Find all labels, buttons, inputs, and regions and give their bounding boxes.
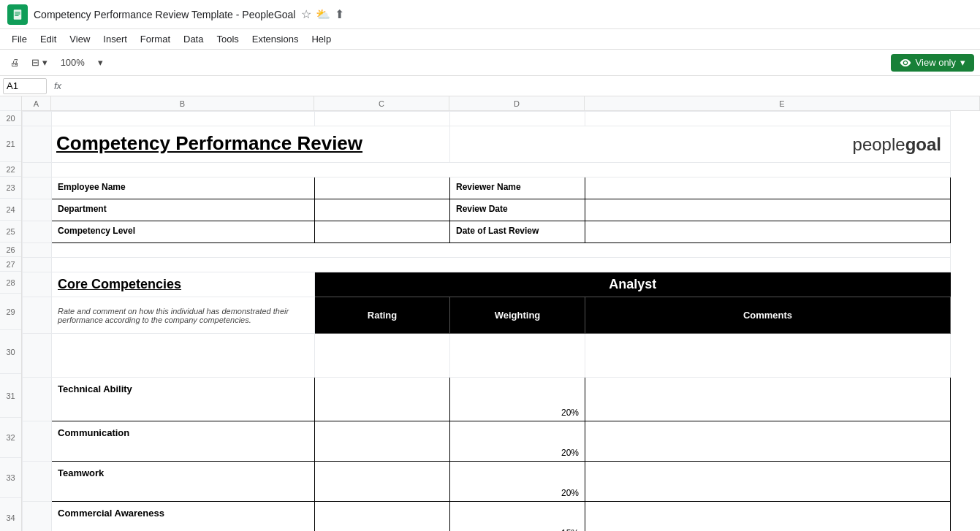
menu-format[interactable]: Format xyxy=(134,32,176,46)
zoom-dropdown[interactable]: ▾ xyxy=(94,54,107,71)
commercial-awareness-weighting: 15% xyxy=(456,505,579,531)
table-row: Commercial Awareness 15% xyxy=(23,502,951,532)
comments-header: Comments xyxy=(585,297,950,333)
table-row xyxy=(23,163,951,177)
row-24: 24 xyxy=(0,199,21,221)
logo-people: people xyxy=(853,134,905,155)
table-row: Employee Name Reviewer Name xyxy=(23,177,951,199)
peoplegoal-logo: peoplegoal xyxy=(450,126,950,162)
sheet-container: 20 21 22 23 24 25 26 27 28 29 30 31 32 3… xyxy=(0,96,980,531)
teamwork-weighting: 20% xyxy=(456,465,579,498)
col-header-d: D xyxy=(449,96,585,110)
menu-help[interactable]: Help xyxy=(305,32,337,46)
top-bar: Competency Performance Review Template -… xyxy=(0,0,980,29)
technical-ability-weighting: 20% xyxy=(456,381,579,418)
table-row: Core Competencies Analyst xyxy=(23,272,951,297)
rating-header: Rating xyxy=(315,297,449,333)
cell-reference-input[interactable] xyxy=(3,78,47,94)
row-22: 22 xyxy=(0,162,21,177)
col-header-a: A xyxy=(22,96,51,110)
table-row: Teamwork 20% xyxy=(23,462,951,502)
row-31: 31 xyxy=(0,374,21,418)
row-26: 26 xyxy=(0,242,21,257)
menu-bar: File Edit View Insert Format Data Tools … xyxy=(0,29,980,50)
fx-icon: fx xyxy=(50,80,66,91)
main-title: Competency Performance Review xyxy=(52,126,449,161)
row-23: 23 xyxy=(0,177,21,199)
table-row xyxy=(23,243,951,258)
col-header-c: C xyxy=(314,96,449,110)
svg-rect-2 xyxy=(15,13,20,14)
zoom-control[interactable]: 100% xyxy=(55,56,91,69)
sheets-icon xyxy=(7,4,28,25)
view-only-button[interactable]: View only ▾ xyxy=(891,54,974,72)
col-header-e: E xyxy=(585,96,980,110)
analyst-label: Analyst xyxy=(315,272,951,297)
reviewer-name-label: Reviewer Name xyxy=(450,177,585,196)
grid-area: A B C D E Competen xyxy=(22,96,980,531)
review-date-label: Review Date xyxy=(450,199,585,218)
logo-goal: goal xyxy=(905,134,941,155)
row-20: 20 xyxy=(0,111,21,126)
row-33: 33 xyxy=(0,458,21,498)
department-label: Department xyxy=(52,199,314,218)
star-icon[interactable]: ☆ xyxy=(301,7,311,21)
menu-extensions[interactable]: Extensions xyxy=(246,32,305,46)
core-competencies-title: Core Competencies xyxy=(52,274,314,295)
title-icons: ☆ ⛅ ⬆ xyxy=(301,7,344,21)
col-header-b: B xyxy=(51,96,314,110)
table-row: Rate and comment on how this individual … xyxy=(23,297,951,334)
menu-file[interactable]: File xyxy=(6,32,33,46)
row-32: 32 xyxy=(0,418,21,458)
last-review-label: Date of Last Review xyxy=(450,221,585,240)
view-only-label: View only xyxy=(916,57,956,68)
table-row: Technical Ability 20% xyxy=(23,378,951,421)
sheet-content: Competency Performance Review peoplegoal xyxy=(22,111,980,531)
view-only-chevron: ▾ xyxy=(960,57,965,68)
menu-tools[interactable]: Tools xyxy=(210,32,244,46)
table-row: Competency Performance Review peoplegoal xyxy=(23,126,951,163)
row-27: 27 xyxy=(0,257,21,272)
table-row xyxy=(23,112,951,126)
communication-label: Communication xyxy=(52,421,314,444)
menu-view[interactable]: View xyxy=(64,32,96,46)
row-28: 28 xyxy=(0,272,21,294)
row-34: 34 xyxy=(0,498,21,531)
row-29: 29 xyxy=(0,294,21,330)
weighting-header: Weighting xyxy=(450,297,585,333)
print-button[interactable]: 🖨 xyxy=(6,54,24,71)
table-row xyxy=(23,258,951,272)
cloud-icon[interactable]: ⛅ xyxy=(316,7,330,21)
toolbar: 🖨 ⊟ ▾ 100% ▾ View only ▾ xyxy=(0,50,980,76)
employee-name-label: Employee Name xyxy=(52,177,314,196)
menu-data[interactable]: Data xyxy=(178,32,209,46)
svg-rect-3 xyxy=(15,15,18,15)
sheet-table: Competency Performance Review peoplegoal xyxy=(22,111,951,531)
commercial-awareness-label: Commercial Awareness xyxy=(52,502,314,524)
svg-rect-0 xyxy=(14,9,22,20)
table-row xyxy=(23,334,951,378)
core-subtitle: Rate and comment on how this individual … xyxy=(52,302,314,329)
document-title: Competency Performance Review Template -… xyxy=(34,9,295,20)
communication-weighting: 20% xyxy=(456,424,579,458)
technical-ability-label: Technical Ability xyxy=(52,378,314,400)
menu-insert[interactable]: Insert xyxy=(97,32,133,46)
svg-rect-1 xyxy=(15,12,20,12)
table-row: Department Review Date xyxy=(23,199,951,221)
row-21: 21 xyxy=(0,126,21,162)
menu-edit[interactable]: Edit xyxy=(34,32,62,46)
formula-input[interactable] xyxy=(69,78,977,94)
formula-bar: fx xyxy=(0,76,980,96)
competency-level-label: Competency Level xyxy=(52,221,314,240)
column-headers: A B C D E xyxy=(22,96,980,111)
table-row: Competency Level Date of Last Review xyxy=(23,221,951,243)
filter-button[interactable]: ⊟ ▾ xyxy=(27,54,52,71)
drive-icon[interactable]: ⬆ xyxy=(335,7,344,21)
row-numbers: 20 21 22 23 24 25 26 27 28 29 30 31 32 3… xyxy=(0,96,22,531)
table-row: Communication 20% xyxy=(23,421,951,462)
teamwork-label: Teamwork xyxy=(52,462,314,484)
row-25: 25 xyxy=(0,221,21,242)
row-30: 30 xyxy=(0,330,21,374)
